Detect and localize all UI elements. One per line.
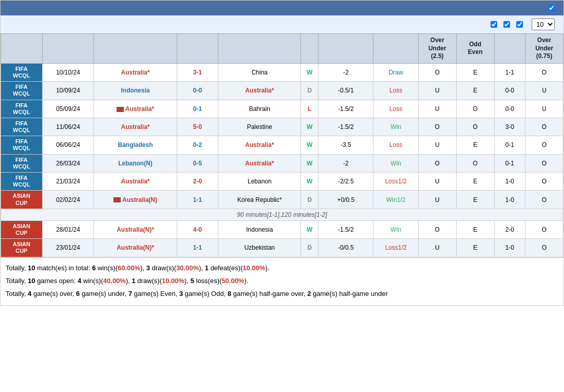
ht-ou-cell: O [525,220,563,238]
col-result [177,34,218,64]
team2-name: Korea Republic* [237,196,282,203]
team1-name[interactable]: Lebanon(N) [118,160,153,167]
team1-cell: Australia* [94,173,177,191]
handicap-cell: -3.5 [318,136,373,154]
team1-cell: Australia(N) [94,191,177,209]
team2-cell: Australia* [218,136,301,154]
note-row: 90 minutes[1-1],120 minutes[1-2] [1,209,563,220]
team2-name[interactable]: Australia* [245,87,274,94]
badge-cell: D [301,82,318,100]
oe-cell: O [456,118,494,136]
col-date [42,34,94,64]
badge-cell: L [301,100,318,118]
ht-ou-cell: O [525,191,563,209]
team1-cell: Australia(N)* [94,239,177,257]
asian-cup-checkbox[interactable] [516,21,523,28]
col-team1 [94,34,177,64]
display-notes-section [548,5,557,11]
ht-cell: 1-0 [494,191,525,209]
oe-cell: E [456,173,494,191]
date-cell: 28/01/24 [42,220,94,238]
ou-cell: U [418,136,456,154]
odds-cell: Loss [373,100,418,118]
competition-cell: ASIANCUP [1,191,43,209]
col-badge [301,34,318,64]
team2-name[interactable]: Australia* [245,160,274,167]
table-row: FIFAWCQL 05/09/24 Australia* 0-1 Bahrain… [1,100,563,118]
interf-checkbox[interactable] [491,21,497,28]
col-odds [373,34,418,64]
col-match [1,34,43,64]
fifa-wcql-checkbox[interactable] [503,21,510,28]
team1-name[interactable]: Australia* [121,69,149,76]
team1-cell: Australia* [94,100,177,118]
badge-cell: W [301,220,318,238]
team2-name[interactable]: Australia* [245,141,274,148]
result-cell: 2-0 [177,173,218,191]
competition-cell: FIFAWCQL [1,100,43,118]
display-notes-checkbox[interactable] [548,5,555,11]
badge-cell: W [301,136,318,154]
ht-cell: 1-1 [494,63,525,81]
team1-name[interactable]: Australia(N)* [117,244,154,251]
result-cell: 0-0 [177,82,218,100]
summary-line3: Totally, 4 game(s) over, 6 game(s) under… [6,288,558,300]
team1-cell: Australia* [94,118,177,136]
team2-name: Indonesia [246,226,273,233]
col-over-under: OverUnder(2.5) [418,34,456,64]
team2-name: Bahrain [249,105,270,113]
result-cell: 1-1 [177,191,218,209]
team1-name[interactable]: Australia(N)* [117,226,154,233]
team1-name[interactable]: Indonesia [121,87,149,94]
badge-cell: W [301,173,318,191]
col-team2 [218,34,301,64]
ht-cell: 0-1 [494,154,525,172]
scores-table: OverUnder(2.5) OddEven OverUnder(0.75) F… [1,33,563,257]
ht-cell: 1-0 [494,173,525,191]
ht-ou-cell: U [525,100,563,118]
competition-cell: FIFAWCQL [1,63,43,81]
ht-ou-cell: O [525,118,563,136]
team1-name[interactable]: Australia* [125,105,154,113]
summary-line1: Totally, 10 match(es) in total: 6 win(s)… [6,262,558,274]
date-cell: 10/10/24 [42,63,94,81]
ou-cell: U [418,173,456,191]
date-cell: 21/03/24 [42,173,94,191]
odds-cell: Loss1/2 [373,239,418,257]
date-cell: 11/06/24 [42,118,94,136]
table-row: FIFAWCQL 21/03/24 Australia* 2-0 Lebanon… [1,173,563,191]
competition-cell: ASIANCUP [1,220,43,238]
handicap-cell: -0.5/1 [318,82,373,100]
team1-cell: Australia(N)* [94,220,177,238]
team1-name[interactable]: Australia* [121,123,149,130]
odds-cell: Draw [373,63,418,81]
team1-cell: Bangladesh [94,136,177,154]
games-select[interactable]: 10 20 30 [532,18,555,30]
competition-cell: FIFAWCQL [1,154,43,172]
handicap-cell: +0/0.5 [318,191,373,209]
odds-cell: Loss [373,82,418,100]
table-row: ASIANCUP 23/01/24 Australia(N)* 1-1 Uzbe… [1,239,563,257]
handicap-cell: -2 [318,154,373,172]
result-cell: 5-0 [177,118,218,136]
team2-cell: China [218,63,301,81]
oe-cell: O [456,100,494,118]
team1-name[interactable]: Australia* [121,178,149,185]
date-cell: 23/01/24 [42,239,94,257]
table-row: FIFAWCQL 10/10/24 Australia* 3-1 China W… [1,63,563,81]
team2-cell: Palestine [218,118,301,136]
competition-cell: FIFAWCQL [1,173,43,191]
table-row: ASIANCUP 02/02/24 Australia(N) 1-1 Korea… [1,191,563,209]
team1-cell: Australia* [94,63,177,81]
ht-cell: 2-0 [494,220,525,238]
team1-name[interactable]: Bangladesh [118,141,153,148]
badge-cell: W [301,118,318,136]
oe-cell: E [456,136,494,154]
team2-cell: Bahrain [218,100,301,118]
competition-cell: ASIANCUP [1,239,43,257]
filter-fifa-wcql [503,21,512,28]
team1-name[interactable]: Australia(N) [122,196,157,203]
result-cell: 0-5 [177,154,218,172]
table-row: FIFAWCQL 06/06/24 Bangladesh 0-2 Austral… [1,136,563,154]
col-handicap [318,34,373,64]
